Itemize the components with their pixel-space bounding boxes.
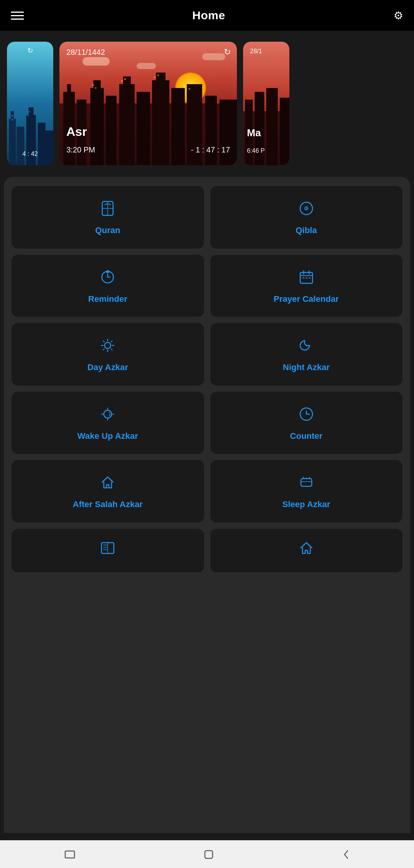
- night-azkar-button[interactable]: Night Azkar: [210, 323, 403, 386]
- item-11-button[interactable]: [12, 529, 204, 572]
- prayer-card-right[interactable]: 28/1 Ma 6:46 P: [243, 42, 289, 165]
- svg-rect-34: [189, 88, 190, 90]
- center-card-time: 3:20 PM: [66, 146, 95, 154]
- quran-label: Quran: [95, 225, 120, 236]
- night-azkar-icon: [298, 337, 315, 357]
- svg-rect-18: [106, 96, 117, 165]
- qibla-label: Qibla: [296, 225, 317, 236]
- counter-icon: [298, 406, 315, 425]
- svg-rect-31: [124, 78, 126, 80]
- svg-rect-8: [12, 119, 13, 120]
- svg-rect-26: [205, 96, 217, 165]
- svg-rect-33: [157, 74, 159, 76]
- wake-up-azkar-icon: [99, 406, 116, 425]
- back-button[interactable]: [342, 849, 350, 860]
- settings-icon[interactable]: ⚙: [394, 9, 403, 22]
- top-bar: Home ⚙: [0, 0, 414, 31]
- sleep-azkar-button[interactable]: Sleep Azkar: [210, 460, 403, 523]
- night-azkar-label: Night Azkar: [283, 362, 330, 373]
- prayer-card-left[interactable]: ↻ 4 : 42: [7, 42, 53, 165]
- svg-rect-29: [95, 87, 96, 89]
- svg-rect-54: [301, 479, 312, 486]
- quran-button[interactable]: Quran: [12, 186, 204, 249]
- svg-rect-10: [29, 111, 30, 112]
- after-salah-azkar-label: After Salah Azkar: [73, 499, 143, 510]
- prayer-calendar-icon: [298, 269, 315, 288]
- wake-up-azkar-label: Wake Up Azkar: [78, 431, 138, 442]
- svg-rect-2: [17, 127, 24, 165]
- svg-rect-21: [137, 92, 150, 165]
- item-11-icon: [99, 540, 116, 559]
- main-grid-area: Quran Qibla: [4, 177, 410, 833]
- qibla-button[interactable]: Qibla: [210, 186, 403, 249]
- center-card-prayer-name: Asr: [66, 125, 87, 139]
- after-salah-azkar-button[interactable]: After Salah Azkar: [12, 460, 204, 523]
- hamburger-menu[interactable]: [11, 12, 24, 20]
- sleep-azkar-label: Sleep Azkar: [282, 499, 330, 510]
- prayer-carousel: ↻ 4 : 42 28/11/1442 ↻: [0, 34, 414, 173]
- svg-rect-23: [156, 73, 166, 165]
- counter-button[interactable]: Counter: [210, 392, 403, 454]
- svg-rect-5: [38, 123, 46, 165]
- quran-icon: [99, 200, 116, 220]
- reminder-icon: [99, 269, 116, 288]
- prayer-card-center[interactable]: 28/11/1442 ↻: [59, 42, 237, 165]
- qibla-icon: [298, 200, 315, 220]
- left-refresh-icon[interactable]: ↻: [27, 46, 33, 55]
- svg-rect-47: [306, 277, 308, 279]
- day-azkar-label: Day Azkar: [87, 362, 128, 373]
- svg-rect-28: [92, 84, 94, 86]
- svg-rect-56: [65, 851, 74, 858]
- recents-button[interactable]: [64, 850, 76, 859]
- right-card-prayer-name: Ma: [247, 127, 261, 139]
- day-azkar-button[interactable]: Day Azkar: [12, 323, 204, 386]
- item-12-button[interactable]: [210, 529, 403, 572]
- svg-rect-6: [46, 130, 53, 165]
- svg-rect-27: [220, 100, 237, 165]
- reminder-label: Reminder: [88, 294, 127, 305]
- sleep-azkar-icon: [298, 474, 315, 494]
- svg-rect-30: [121, 80, 123, 82]
- svg-rect-11: [27, 115, 29, 116]
- day-azkar-icon: [99, 337, 116, 357]
- svg-point-42: [306, 208, 307, 209]
- counter-label: Counter: [290, 431, 323, 442]
- right-card-time: 6:46 P: [247, 147, 265, 154]
- svg-rect-32: [154, 76, 155, 78]
- center-card-countdown: - 1 : 47 : 17: [191, 146, 230, 154]
- wake-up-azkar-button[interactable]: Wake Up Azkar: [12, 392, 204, 454]
- prayer-calendar-button[interactable]: Prayer Calendar: [210, 255, 403, 317]
- svg-rect-46: [302, 277, 304, 279]
- home-button[interactable]: [203, 849, 214, 860]
- svg-point-49: [105, 342, 111, 349]
- reminder-button[interactable]: Reminder: [12, 255, 204, 317]
- prayer-calendar-label: Prayer Calendar: [274, 294, 339, 305]
- svg-rect-38: [266, 88, 278, 165]
- item-12-icon: [298, 540, 315, 559]
- page-title: Home: [192, 9, 225, 22]
- svg-rect-57: [205, 851, 213, 858]
- svg-rect-24: [171, 88, 185, 165]
- bottom-nav-bar: [0, 840, 414, 868]
- content-wrapper: ↻ 4 : 42 28/11/1442 ↻: [0, 34, 414, 833]
- left-card-time: 4 : 42: [22, 151, 38, 157]
- svg-rect-9: [27, 111, 29, 112]
- svg-rect-48: [309, 277, 311, 279]
- feature-grid: Quran Qibla: [12, 186, 402, 572]
- svg-rect-20: [123, 76, 131, 165]
- svg-rect-39: [280, 98, 289, 165]
- after-salah-icon: [99, 474, 116, 494]
- svg-rect-7: [12, 115, 13, 117]
